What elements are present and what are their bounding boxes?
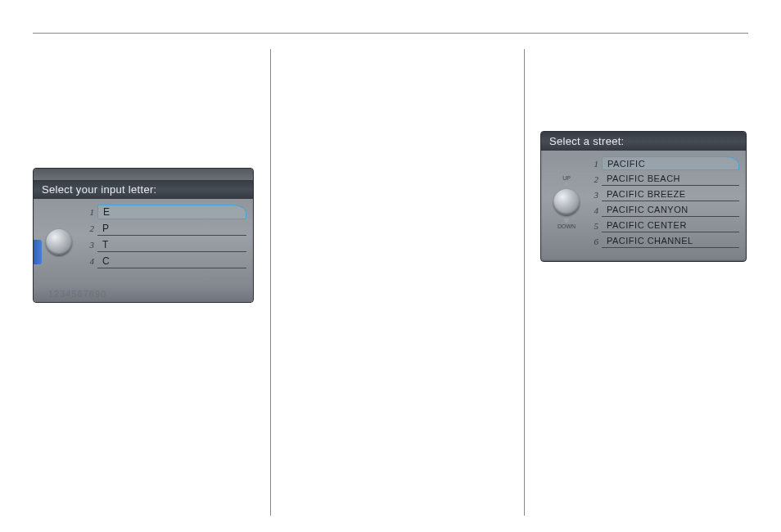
street-row[interactable]: 1PACIFIC — [587, 156, 739, 171]
input-letter-panel: Select your input letter: 1E2P3T4C 12345… — [33, 168, 254, 303]
row-label[interactable]: PACIFIC BREEZE — [602, 187, 739, 201]
column-divider-2 — [524, 49, 525, 516]
row-number: 4 — [587, 205, 598, 215]
row-label[interactable]: PACIFIC BEACH — [602, 172, 739, 186]
down-arrow-icon[interactable]: DOWN — [558, 218, 576, 229]
up-arrow-icon[interactable]: UP — [562, 175, 571, 187]
panel2-title: Select a street: — [541, 132, 746, 151]
panel2-body: UP DOWN 1PACIFIC2PACIFIC BEACH3PACIFIC B… — [541, 151, 746, 254]
row-label[interactable]: P — [97, 221, 246, 236]
up-label: UP — [562, 175, 571, 181]
street-row[interactable]: 4PACIFIC CANYON — [587, 202, 739, 218]
row-number: 2 — [587, 174, 598, 184]
input-letter-row[interactable]: 3T — [83, 237, 246, 253]
panel1-body: 1E2P3T4C — [34, 199, 253, 286]
row-number: 1 — [587, 159, 598, 169]
rotary-knob-icon[interactable] — [46, 229, 72, 255]
row-label[interactable]: E — [97, 205, 246, 219]
street-row[interactable]: 6PACIFIC CHANNEL — [587, 233, 739, 249]
street-row[interactable]: 2PACIFIC BEACH — [587, 171, 739, 187]
street-row[interactable]: 5PACIFIC CENTER — [587, 218, 739, 233]
rotary-knob-icon[interactable] — [553, 189, 580, 215]
panel1-partial-header — [34, 169, 253, 180]
panel1-keypad: 1234567890 — [34, 286, 253, 303]
row-number: 4 — [83, 256, 94, 266]
row-label[interactable]: C — [97, 254, 246, 268]
row-label[interactable]: PACIFIC CANYON — [602, 203, 739, 217]
panel1-list: 1E2P3T4C — [83, 204, 246, 269]
panel2-list: 1PACIFIC2PACIFIC BEACH3PACIFIC BREEZE4PA… — [587, 156, 739, 249]
row-number: 6 — [587, 237, 598, 246]
row-label[interactable]: PACIFIC — [602, 156, 739, 170]
panel1-title: Select your input letter: — [34, 180, 253, 199]
column-divider-1 — [270, 49, 271, 516]
row-label[interactable]: PACIFIC CENTER — [602, 219, 739, 232]
row-number: 2 — [83, 223, 94, 233]
row-number: 1 — [83, 207, 94, 217]
panel2-knob-column: UP DOWN — [546, 154, 587, 250]
keypad-digits: 1234567890 — [48, 289, 106, 299]
down-label: DOWN — [558, 223, 576, 229]
row-number: 3 — [83, 240, 94, 250]
horizontal-rule — [33, 33, 748, 34]
input-letter-row[interactable]: 2P — [83, 220, 246, 237]
row-label[interactable]: T — [97, 237, 246, 252]
input-letter-row[interactable]: 4C — [83, 253, 246, 269]
street-row[interactable]: 3PACIFIC BREEZE — [587, 187, 739, 202]
row-number: 5 — [587, 221, 598, 231]
row-label[interactable]: PACIFIC CHANNEL — [602, 234, 739, 248]
input-letter-row[interactable]: 1E — [83, 204, 246, 220]
row-number: 3 — [587, 190, 598, 200]
select-street-panel: Select a street: UP DOWN 1PACIFIC2PACIFI… — [540, 131, 747, 262]
panel1-knob-column — [38, 202, 79, 282]
